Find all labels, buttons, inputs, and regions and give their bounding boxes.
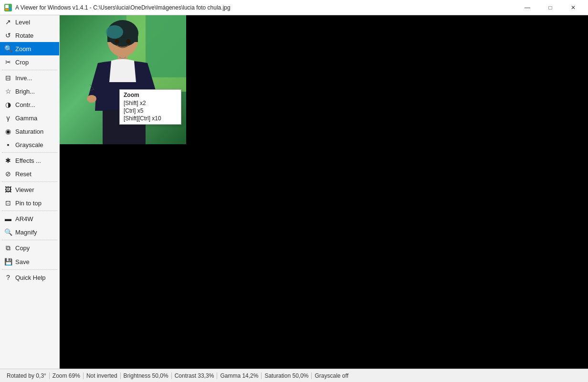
sidebar-divider xyxy=(2,211,57,211)
copy-icon: ⧉ xyxy=(4,244,12,252)
sidebar-divider xyxy=(2,240,57,240)
zoom-tooltip: Zoom [Shift] x2 [Ctrl] x5 [Shift][Ctrl] … xyxy=(119,89,181,125)
sidebar-item-label-zoom: Zoom xyxy=(15,45,31,53)
close-button[interactable]: ✕ xyxy=(562,0,584,15)
sidebar-item-effects[interactable]: ✱Effects ... xyxy=(0,154,59,167)
sidebar-item-invert[interactable]: ⊟Inve... xyxy=(0,71,59,85)
invert-icon: ⊟ xyxy=(4,74,12,82)
reset-icon: ⊘ xyxy=(4,170,12,178)
sidebar-item-zoom[interactable]: 🔍Zoom xyxy=(0,42,59,55)
sidebar-item-crop[interactable]: ✂Crop xyxy=(0,55,59,69)
main-layout: ↗Level↺Rotate🔍Zoom✂Crop⊟Inve...☆Brigh...… xyxy=(0,15,588,369)
sidebar-item-label-pintotop: Pin to top xyxy=(15,200,42,207)
sidebar-item-label-magnify: Magnify xyxy=(15,229,37,236)
sidebar-item-viewer[interactable]: 🖼Viewer xyxy=(0,183,59,196)
sidebar-item-rotate[interactable]: ↺Rotate xyxy=(0,29,59,42)
status-segment-7: Grayscale off xyxy=(312,372,351,379)
gamma-icon: γ xyxy=(4,114,12,122)
zoom-tooltip-item-3: [Shift][Ctrl] x10 xyxy=(124,115,177,122)
sidebar-divider xyxy=(2,181,57,182)
minimize-button[interactable]: — xyxy=(516,0,538,15)
sidebar-item-ar4w[interactable]: ▬AR4W xyxy=(0,212,59,225)
sidebar-item-label-ar4w: AR4W xyxy=(15,215,33,223)
save-icon: 💾 xyxy=(4,258,12,265)
zoom-tooltip-item-1: [Shift] x2 xyxy=(124,99,177,107)
quickhelp-icon: ? xyxy=(4,274,12,281)
sidebar-item-magnify[interactable]: 🔍Magnify xyxy=(0,225,59,239)
sidebar-divider xyxy=(2,70,57,70)
status-segment-1: Zoom 69% xyxy=(50,372,84,379)
image-preview xyxy=(60,15,186,144)
sidebar-item-pintotop[interactable]: ⊡Pin to top xyxy=(0,196,59,210)
zoom-tooltip-title: Zoom xyxy=(124,92,177,98)
image-svg xyxy=(60,15,186,144)
sidebar-divider xyxy=(2,269,57,270)
sidebar-item-label-effects: Effects ... xyxy=(15,157,41,164)
sidebar-item-label-grayscale: Grayscale xyxy=(15,141,43,149)
svg-point-14 xyxy=(115,39,119,44)
title-bar-left: A Viewer for Windows v1.4.1 - C:\Users\l… xyxy=(4,3,231,12)
status-segment-6: Saturation 50,0% xyxy=(262,372,312,379)
sidebar: ↗Level↺Rotate🔍Zoom✂Crop⊟Inve...☆Brigh...… xyxy=(0,15,60,369)
sidebar-divider xyxy=(2,152,57,153)
rotate-icon: ↺ xyxy=(4,32,12,39)
level-icon: ↗ xyxy=(4,18,12,26)
sidebar-item-saturation[interactable]: ◉Saturation xyxy=(0,125,59,138)
brightness-icon: ☆ xyxy=(4,87,12,95)
maximize-button[interactable]: □ xyxy=(539,0,561,15)
sidebar-item-label-level: Level xyxy=(15,19,30,26)
sidebar-item-label-reset: Reset xyxy=(15,170,32,178)
sidebar-item-level[interactable]: ↗Level xyxy=(0,15,59,29)
svg-rect-3 xyxy=(5,9,9,11)
title-bar: A Viewer for Windows v1.4.1 - C:\Users\l… xyxy=(0,0,588,15)
viewer-icon: 🖼 xyxy=(4,186,12,193)
svg-rect-2 xyxy=(9,7,11,11)
app-icon xyxy=(4,3,12,12)
pintotop-icon: ⊡ xyxy=(4,199,12,207)
sidebar-item-gamma[interactable]: γGamma xyxy=(0,111,59,125)
svg-point-15 xyxy=(126,39,131,44)
sidebar-item-label-save: Save xyxy=(15,258,30,265)
contrast-icon: ◑ xyxy=(4,101,12,108)
sidebar-item-label-viewer: Viewer xyxy=(15,186,34,193)
status-bar: Rotated by 0,3°Zoom 69%Not invertedBrigh… xyxy=(0,369,588,382)
ar4w-icon: ▬ xyxy=(4,215,12,223)
sidebar-item-contrast[interactable]: ◑Contr... xyxy=(0,98,59,111)
zoom-icon: 🔍 xyxy=(4,45,12,53)
svg-rect-1 xyxy=(5,5,9,8)
crop-icon: ✂ xyxy=(4,58,12,66)
sidebar-item-label-copy: Copy xyxy=(15,244,30,252)
grayscale-icon: ▪ xyxy=(4,141,12,149)
status-segment-3: Brightness 50,0% xyxy=(121,372,172,379)
saturation-icon: ◉ xyxy=(4,127,12,135)
status-segment-5: Gamma 14,2% xyxy=(217,372,262,379)
status-segment-0: Rotated by 0,3° xyxy=(4,372,50,379)
sidebar-item-grayscale[interactable]: ▪Grayscale xyxy=(0,138,59,151)
sidebar-item-label-gamma: Gamma xyxy=(15,115,37,122)
sidebar-item-label-brightness: Brigh... xyxy=(15,88,35,95)
sidebar-item-reset[interactable]: ⊘Reset xyxy=(0,167,59,180)
sidebar-item-copy[interactable]: ⧉Copy xyxy=(0,241,59,255)
svg-point-10 xyxy=(106,25,123,39)
sidebar-item-label-saturation: Saturation xyxy=(15,128,43,135)
sidebar-item-label-crop: Crop xyxy=(15,59,29,66)
zoom-tooltip-item-2: [Ctrl] x5 xyxy=(124,107,177,115)
window-title: A Viewer for Windows v1.4.1 - C:\Users\l… xyxy=(15,4,231,11)
magnify-icon: 🔍 xyxy=(4,228,12,236)
sidebar-item-label-contrast: Contr... xyxy=(15,101,35,108)
status-segment-4: Contrast 33,3% xyxy=(172,372,218,379)
content-area: Zoom [Shift] x2 [Ctrl] x5 [Shift][Ctrl] … xyxy=(60,15,588,369)
sidebar-item-label-rotate: Rotate xyxy=(15,32,33,39)
svg-rect-6 xyxy=(146,15,186,77)
window-controls: — □ ✕ xyxy=(516,0,584,15)
svg-point-12 xyxy=(87,95,96,103)
sidebar-item-label-invert: Inve... xyxy=(15,74,32,82)
effects-icon: ✱ xyxy=(4,157,12,164)
sidebar-item-quickhelp[interactable]: ?Quick Help xyxy=(0,271,59,284)
status-segment-2: Not inverted xyxy=(84,372,121,379)
sidebar-item-brightness[interactable]: ☆Brigh... xyxy=(0,85,59,98)
sidebar-item-label-quickhelp: Quick Help xyxy=(15,274,46,281)
sidebar-item-save[interactable]: 💾Save xyxy=(0,255,59,268)
